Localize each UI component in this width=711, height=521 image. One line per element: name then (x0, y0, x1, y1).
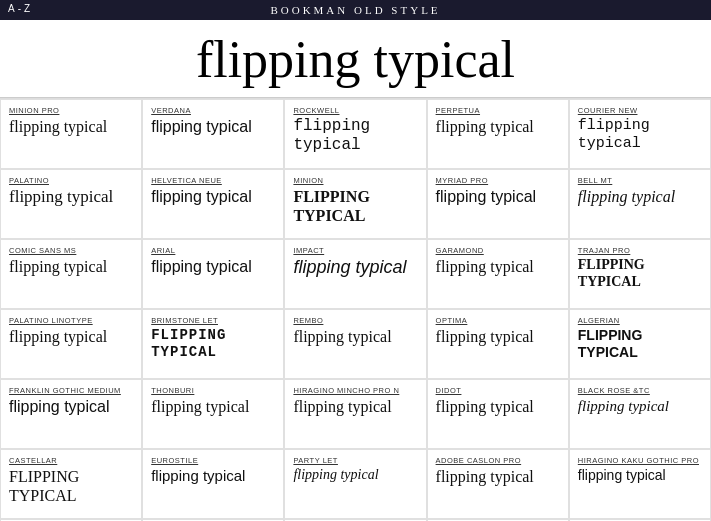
font-sample-text: FLIPPING TYPICAL (9, 467, 133, 505)
font-name-label: PARTY LET (293, 456, 417, 465)
font-sample-text: flipping typical (578, 187, 702, 206)
font-sample-text: flipping typical (9, 187, 133, 207)
font-sample-text: FLIPPING TYPICAL (151, 327, 275, 361)
font-cell[interactable]: COURIER NEWflipping typical (569, 99, 711, 169)
az-label: A-Z (8, 3, 33, 14)
font-cell[interactable]: DIDOTflipping typical (427, 379, 569, 449)
font-sample-text: flipping typical (436, 257, 560, 276)
font-cell[interactable]: TRAJAN PROFLIPPING TYPICAL (569, 239, 711, 309)
font-sample-text: flipping typical (293, 397, 417, 416)
font-cell[interactable]: ALGERIANFLIPPING TYPICAL (569, 309, 711, 379)
font-sample-text: flipping typical (578, 397, 702, 415)
font-cell[interactable]: ROCKWELLflipping typical (284, 99, 426, 169)
font-sample-text: flipping typical (9, 257, 133, 276)
font-cell[interactable]: BLACK ROSE &TCflipping typical (569, 379, 711, 449)
font-cell[interactable]: REMBOflipping typical (284, 309, 426, 379)
font-cell[interactable]: BRIMSTONE LETFLIPPING TYPICAL (142, 309, 284, 379)
font-name-label: CASTELLAR (9, 456, 133, 465)
font-sample-text: flipping typical (436, 397, 560, 416)
font-cell[interactable]: BELL MTflipping typical (569, 169, 711, 239)
font-name-label: GARAMOND (436, 246, 560, 255)
font-cell[interactable]: MINIONFLIPPING TYPICAL (284, 169, 426, 239)
font-sample-text: flipping typical (151, 187, 275, 206)
font-name-label: REMBO (293, 316, 417, 325)
font-cell[interactable]: HIRAGINO KAKU GOTHIC PROflipping typical (569, 449, 711, 519)
font-name-label: VERDANA (151, 106, 275, 115)
font-sample-text: flipping typical (151, 397, 275, 416)
font-name-label: COMIC SANS MS (9, 246, 133, 255)
font-name-label: ALGERIAN (578, 316, 702, 325)
font-name-label: BLACK ROSE &TC (578, 386, 702, 395)
font-sample-text: flipping typical (9, 327, 133, 346)
font-cell[interactable]: MYRIAD PROflipping typical (427, 169, 569, 239)
font-cell[interactable]: IMPACTflipping typical (284, 239, 426, 309)
title-bar: A-Z BOOKMAN OLD STYLE (0, 0, 711, 20)
font-name-label: COURIER NEW (578, 106, 702, 115)
font-name-label: FRANKLIN GOTHIC MEDIUM (9, 386, 133, 395)
font-sample-text: flipping typical (293, 327, 417, 346)
font-name-label: IMPACT (293, 246, 417, 255)
font-sample-text: flipping typical (293, 257, 417, 279)
font-sample-text: flipping typical (151, 467, 275, 485)
font-cell[interactable]: HIRAGINO MINCHO PRO Nflipping typical (284, 379, 426, 449)
font-sample-text: FLIPPING TYPICAL (293, 187, 417, 225)
font-cell[interactable]: PARTY LETflipping typical (284, 449, 426, 519)
font-cell[interactable]: PERPETUAflipping typical (427, 99, 569, 169)
font-cell[interactable]: PALATINOflipping typical (0, 169, 142, 239)
font-name-label: MYRIAD PRO (436, 176, 560, 185)
font-sample-text: FLIPPING TYPICAL (578, 327, 702, 361)
font-sample-text: flipping typical (436, 327, 560, 346)
font-cell[interactable]: ARIALflipping typical (142, 239, 284, 309)
font-cell[interactable]: MINION PROflipping typical (0, 99, 142, 169)
font-name-label: DIDOT (436, 386, 560, 395)
font-cell[interactable]: PALATINO LINOTYPEflipping typical (0, 309, 142, 379)
font-cell[interactable]: VERDANAflipping typical (142, 99, 284, 169)
font-cell[interactable]: ADOBE CASLON PROflipping typical (427, 449, 569, 519)
font-sample-text: flipping typical (293, 117, 417, 155)
font-cell[interactable]: COMIC SANS MSflipping typical (0, 239, 142, 309)
font-name-label: PALATINO LINOTYPE (9, 316, 133, 325)
font-sample-text: FLIPPING TYPICAL (578, 257, 702, 291)
font-name-label: HIRAGINO MINCHO PRO N (293, 386, 417, 395)
font-name-label: BRIMSTONE LET (151, 316, 275, 325)
font-grid: MINION PROflipping typicalVERDANAflippin… (0, 98, 711, 521)
font-sample-text: flipping typical (578, 117, 702, 153)
font-name-label: ARIAL (151, 246, 275, 255)
font-cell[interactable]: OPTIMAflipping typical (427, 309, 569, 379)
font-cell[interactable]: HELVETICA NEUEflipping typical (142, 169, 284, 239)
font-sample-text: flipping typical (293, 467, 417, 484)
main-display-title: flipping typical (0, 20, 711, 98)
font-name-label: PERPETUA (436, 106, 560, 115)
font-name-label: TRAJAN PRO (578, 246, 702, 255)
font-sample-text: flipping typical (578, 467, 702, 484)
font-cell[interactable]: CASTELLARFLIPPING TYPICAL (0, 449, 142, 519)
font-name-label: EUROSTILE (151, 456, 275, 465)
font-cell[interactable]: FRANKLIN GOTHIC MEDIUMflipping typical (0, 379, 142, 449)
font-cell[interactable]: EUROSTILEflipping typical (142, 449, 284, 519)
font-cell[interactable]: THONBURIflipping typical (142, 379, 284, 449)
font-sample-text: flipping typical (436, 187, 560, 206)
font-cell[interactable]: GARAMONDflipping typical (427, 239, 569, 309)
font-name-label: ADOBE CASLON PRO (436, 456, 560, 465)
font-sample-text: flipping typical (9, 397, 133, 416)
font-name-label: HELVETICA NEUE (151, 176, 275, 185)
font-sample-text: flipping typical (151, 257, 275, 276)
font-name-label: HIRAGINO KAKU GOTHIC PRO (578, 456, 702, 465)
font-name-label: BELL MT (578, 176, 702, 185)
font-name-label: ROCKWELL (293, 106, 417, 115)
title-bar-label: BOOKMAN OLD STYLE (270, 4, 440, 16)
font-name-label: MINION (293, 176, 417, 185)
font-name-label: MINION PRO (9, 106, 133, 115)
font-name-label: PALATINO (9, 176, 133, 185)
font-name-label: THONBURI (151, 386, 275, 395)
font-sample-text: flipping typical (436, 117, 560, 136)
font-sample-text: flipping typical (436, 467, 560, 486)
font-sample-text: flipping typical (151, 117, 275, 136)
font-name-label: OPTIMA (436, 316, 560, 325)
font-sample-text: flipping typical (9, 117, 133, 136)
